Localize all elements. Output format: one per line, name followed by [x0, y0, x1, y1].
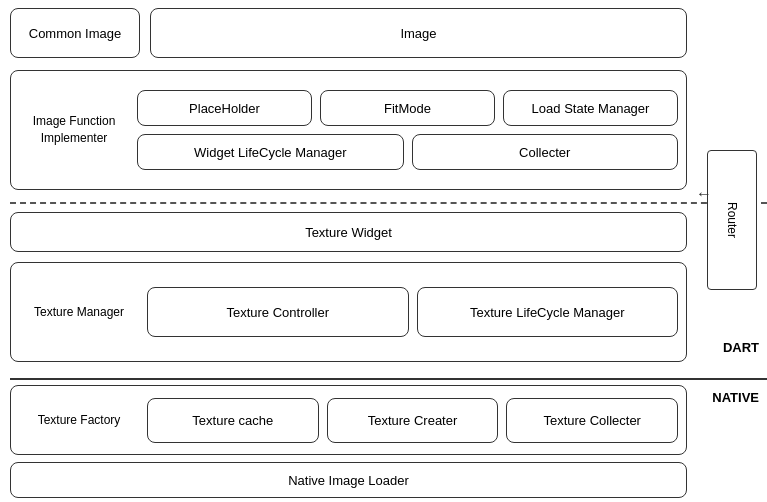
row1: Common Image Image	[10, 8, 687, 58]
image-function-section: Image Function Implementer PlaceHolder F…	[10, 70, 687, 190]
texture-manager-label: Texture Manager	[19, 304, 139, 321]
row5-inner: Texture cache Texture Creater Texture Co…	[147, 398, 678, 443]
texture-widget-row: Texture Widget	[10, 212, 687, 252]
texture-lifecycle-manager-box: Texture LifeCycle Manager	[417, 287, 679, 337]
image-function-label: Image Function Implementer	[19, 113, 129, 147]
row2-bottom: Widget LifeCycle Manager Collecter	[137, 134, 678, 170]
texture-controller-box: Texture Controller	[147, 287, 409, 337]
common-image-label: Common Image	[29, 26, 121, 41]
router-area: Router	[702, 140, 762, 300]
solid-separator	[10, 378, 767, 380]
load-state-manager-box: Load State Manager	[503, 90, 678, 126]
texture-widget-box: Texture Widget	[10, 212, 687, 252]
texture-factory-label: Texture Factory	[19, 413, 139, 427]
collecter-box: Collecter	[412, 134, 679, 170]
dashed-separator-1	[10, 202, 767, 204]
placeholder-box: PlaceHolder	[137, 90, 312, 126]
image-label: Image	[400, 26, 436, 41]
fitmode-box: FitMode	[320, 90, 495, 126]
router-box: Router	[707, 150, 757, 290]
texture-cache-box: Texture cache	[147, 398, 319, 443]
row4-inner: Texture Controller Texture LifeCycle Man…	[147, 287, 678, 337]
texture-collecter-native-box: Texture Collecter	[506, 398, 678, 443]
row2-inner: PlaceHolder FitMode Load State Manager W…	[137, 90, 678, 170]
dart-label: DART	[723, 340, 759, 355]
row2-top: PlaceHolder FitMode Load State Manager	[137, 90, 678, 126]
native-image-loader-box: Native Image Loader	[10, 462, 687, 498]
image-box: Image	[150, 8, 687, 58]
native-label: NATIVE	[712, 390, 759, 405]
common-image-box: Common Image	[10, 8, 140, 58]
widget-lifecycle-manager-box: Widget LifeCycle Manager	[137, 134, 404, 170]
native-image-loader-row: Native Image Loader	[10, 462, 687, 498]
texture-creater-box: Texture Creater	[327, 398, 499, 443]
native-section: Texture Factory Texture cache Texture Cr…	[10, 385, 687, 455]
diagram: Common Image Image Image Function Implem…	[0, 0, 767, 502]
router-arrow: ←	[696, 185, 712, 203]
texture-manager-section: Texture Manager Texture Controller Textu…	[10, 262, 687, 362]
